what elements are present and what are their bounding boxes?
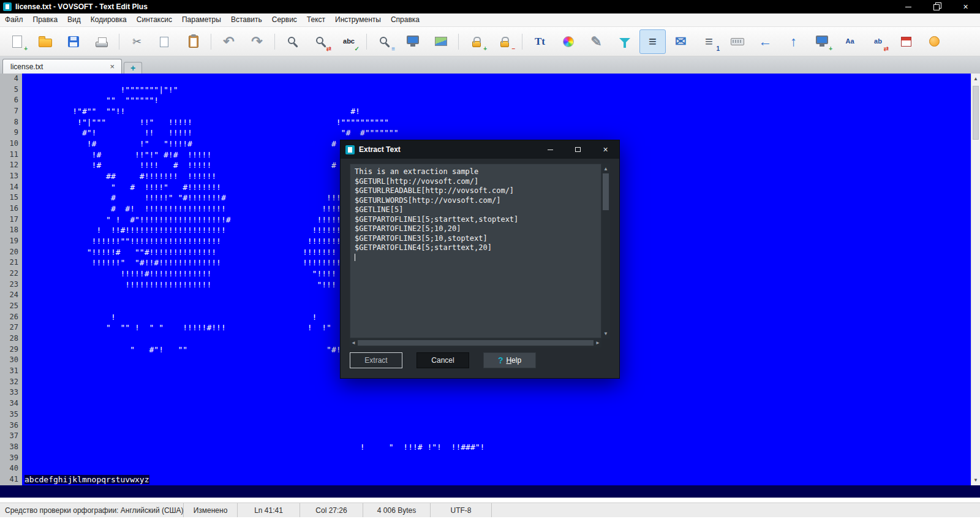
line-number: 40 bbox=[0, 463, 22, 474]
replace-button[interactable]: ⇄ bbox=[307, 29, 334, 54]
dialog-buttons: ExtractCancel?Help bbox=[350, 352, 536, 368]
code-line: #"! !! !!!!! "# #""""""" bbox=[24, 127, 971, 138]
status-spellcheck[interactable]: Средство проверки орфографии: Английский… bbox=[0, 503, 184, 517]
lowercase-button[interactable]: Aa bbox=[837, 29, 863, 54]
code-line: !"|""" !!" !!!!! !"""""""""" bbox=[24, 117, 971, 128]
editor-vertical-scrollbar[interactable]: ▲ ▼ bbox=[971, 74, 980, 485]
maximize-icon bbox=[575, 147, 581, 152]
line-number: 14 bbox=[0, 182, 22, 193]
font-button[interactable]: Tt bbox=[527, 29, 553, 54]
word-wrap-button[interactable]: ≡ bbox=[639, 29, 666, 54]
code-line bbox=[24, 453, 971, 464]
scroll-down-icon[interactable]: ▼ bbox=[601, 329, 610, 338]
dialog-close-button[interactable]: × bbox=[592, 140, 619, 159]
scroll-down-icon[interactable]: ▼ bbox=[971, 475, 980, 485]
pen-button[interactable]: ✎ bbox=[583, 29, 609, 54]
open-file-button[interactable] bbox=[32, 29, 58, 54]
status-modified[interactable]: Изменено bbox=[184, 503, 238, 517]
menu-item-файл[interactable]: Файл bbox=[0, 13, 28, 26]
dialog-vscroll-thumb[interactable] bbox=[603, 173, 609, 210]
decrypt-button[interactable]: – bbox=[491, 29, 518, 54]
dialog-hscroll-thumb[interactable] bbox=[358, 340, 594, 346]
menu-item-правка[interactable]: Правка bbox=[28, 13, 63, 26]
tab-license-txt[interactable]: license.txt × bbox=[2, 59, 122, 74]
find-in-files-button[interactable]: ≡ bbox=[371, 29, 398, 54]
menu-item-сервис[interactable]: Сервис bbox=[267, 13, 302, 26]
dialog-text-line: $GETPARTOFLINE3[5;10,stoptext] bbox=[355, 234, 597, 244]
editor-horizontal-scrollbar[interactable] bbox=[0, 485, 980, 498]
menu-item-параметры[interactable]: Параметры bbox=[177, 13, 226, 26]
case-convert-button[interactable]: ab⇄ bbox=[865, 29, 891, 54]
dialog-maximize-button[interactable] bbox=[564, 140, 592, 159]
copy-button[interactable] bbox=[152, 29, 178, 54]
virtual-keyboard-button[interactable] bbox=[724, 29, 750, 54]
encrypt-button[interactable]: + bbox=[463, 29, 489, 54]
status-encoding[interactable]: UTF-8 bbox=[431, 503, 492, 517]
virtual-keyboard-icon bbox=[731, 38, 744, 45]
dialog-horizontal-scrollbar[interactable]: ◄ ► bbox=[350, 338, 601, 347]
menu-item-инструменты[interactable]: Инструменты bbox=[330, 13, 386, 26]
status-line[interactable]: Ln 41:41 bbox=[238, 503, 300, 517]
scroll-up-icon[interactable]: ▲ bbox=[601, 164, 610, 173]
line-number: 23 bbox=[0, 279, 22, 290]
help-button[interactable]: ?Help bbox=[483, 352, 536, 368]
line-number: 20 bbox=[0, 247, 22, 258]
extract-button[interactable]: Extract bbox=[350, 352, 402, 368]
undo-button[interactable]: ↶ bbox=[216, 29, 242, 54]
status-column[interactable]: Col 27:26 bbox=[300, 503, 363, 517]
filter-button[interactable] bbox=[611, 29, 638, 54]
scroll-left-icon[interactable]: ◄ bbox=[351, 340, 356, 346]
display-button[interactable] bbox=[399, 29, 426, 54]
redo-button[interactable]: ↷ bbox=[244, 29, 270, 54]
restore-button[interactable] bbox=[922, 0, 951, 13]
menu-item-кодировка[interactable]: Кодировка bbox=[86, 13, 132, 26]
encrypt-badge: + bbox=[483, 46, 487, 52]
lowercase-icon: Aa bbox=[845, 38, 854, 45]
save-button[interactable] bbox=[60, 29, 86, 54]
toolbar-separator bbox=[458, 34, 459, 50]
scroll-top-button[interactable]: ↑ bbox=[780, 29, 807, 54]
dialog-textarea[interactable]: This is an extraction sample$GETURL[http… bbox=[350, 164, 601, 338]
screen-capture-badge: + bbox=[829, 46, 832, 52]
line-numbers-badge: 1 bbox=[716, 46, 720, 52]
code-line bbox=[24, 74, 971, 85]
menu-item-справка[interactable]: Справка bbox=[386, 13, 424, 26]
line-number: 12 bbox=[0, 160, 22, 171]
menu-item-текст[interactable]: Текст bbox=[302, 13, 330, 26]
menu-item-синтаксис[interactable]: Синтаксис bbox=[132, 13, 177, 26]
dialog-vertical-scrollbar[interactable]: ▲ ▼ bbox=[601, 164, 610, 338]
status-size[interactable]: 4 006 Bytes bbox=[363, 503, 431, 517]
dialog-title-bar[interactable]: Extract Text × bbox=[341, 140, 619, 159]
navigate-back-button[interactable]: ← bbox=[752, 29, 778, 54]
app-icon bbox=[3, 2, 12, 11]
find-button[interactable] bbox=[279, 29, 306, 54]
line-numbers-button[interactable]: ≡1 bbox=[696, 29, 722, 54]
dialog-minimize-button[interactable] bbox=[537, 140, 564, 159]
new-file-button[interactable]: + bbox=[4, 29, 30, 54]
spell-check-button[interactable]: abc✓ bbox=[336, 29, 362, 54]
close-button[interactable]: × bbox=[951, 0, 980, 13]
scroll-right-icon[interactable]: ► bbox=[595, 340, 600, 346]
insert-image-button[interactable] bbox=[428, 29, 454, 54]
color-picker-button[interactable] bbox=[555, 29, 581, 54]
insert-date-button[interactable] bbox=[893, 29, 919, 54]
menu-item-вставить[interactable]: Вставить bbox=[226, 13, 267, 26]
minimize-icon bbox=[905, 7, 911, 7]
screen-capture-button[interactable]: + bbox=[809, 29, 835, 54]
scroll-up-icon[interactable]: ▲ bbox=[971, 74, 980, 84]
toolbar-separator bbox=[274, 34, 275, 50]
tab-close-icon[interactable]: × bbox=[108, 62, 116, 71]
cancel-button[interactable]: Cancel bbox=[417, 352, 469, 368]
paste-button[interactable] bbox=[180, 29, 206, 54]
promo-button[interactable] bbox=[921, 29, 948, 54]
menu-item-вид[interactable]: Вид bbox=[62, 13, 86, 26]
code-line bbox=[24, 387, 971, 398]
send-email-button[interactable]: ✉ bbox=[668, 29, 694, 54]
minimize-button[interactable] bbox=[894, 0, 922, 13]
send-email-icon: ✉ bbox=[675, 35, 686, 48]
new-tab-button[interactable]: + bbox=[124, 62, 142, 74]
cut-button[interactable]: ✂ bbox=[124, 29, 150, 54]
vertical-scrollbar-thumb[interactable] bbox=[973, 86, 979, 140]
print-button[interactable] bbox=[88, 29, 115, 54]
line-number: 37 bbox=[0, 431, 22, 442]
